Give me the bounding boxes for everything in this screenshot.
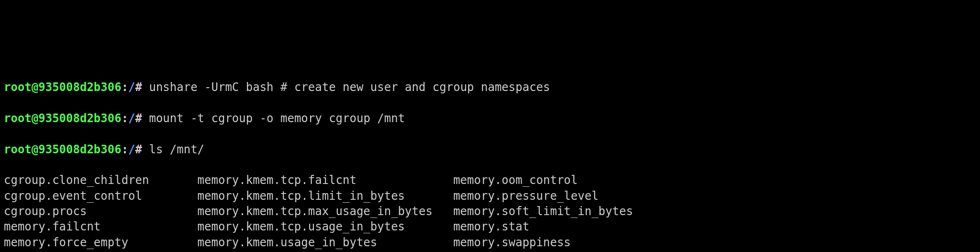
file-item: memory.kmem.tcp.failcnt (198, 172, 440, 188)
prompt-path: / (128, 143, 135, 156)
command-line-1: root@935008d2b306:/# unshare -UrmC bash … (4, 80, 976, 95)
command-line-2: root@935008d2b306:/# mount -t cgroup -o … (4, 111, 976, 126)
prompt-colon: : (122, 80, 128, 94)
file-item: memory.stat (453, 219, 976, 234)
file-item: cgroup.clone_children (4, 172, 184, 188)
file-item: memory.swappiness (453, 235, 976, 250)
terminal-output: root@935008d2b306:/# unshare -UrmC bash … (4, 64, 976, 252)
file-item: memory.failcnt (4, 219, 184, 234)
prompt-user-host: root@935008d2b306 (4, 112, 122, 125)
file-item: memory.limit_in_bytes (198, 250, 440, 252)
prompt-user-host: root@935008d2b306 (4, 80, 122, 94)
prompt-hash: # (135, 80, 142, 94)
file-item: memory.usage_in_bytes (453, 250, 976, 252)
prompt-hash: # (135, 112, 142, 125)
file-item: memory.kmem.failcnt (4, 250, 184, 252)
file-item: cgroup.event_control (4, 188, 184, 204)
prompt-colon: : (122, 143, 128, 156)
ls-output-grid: cgroup.clone_childrenmemory.kmem.tcp.fai… (4, 172, 976, 252)
prompt-path: / (128, 112, 135, 125)
prompt-user-host: root@935008d2b306 (4, 143, 122, 156)
prompt-hash: # (135, 143, 142, 156)
file-item: memory.kmem.tcp.usage_in_bytes (198, 219, 440, 234)
file-item: memory.kmem.usage_in_bytes (198, 235, 440, 250)
file-item: memory.kmem.tcp.max_usage_in_bytes (198, 204, 440, 219)
prompt-path: / (128, 80, 135, 94)
file-item: memory.soft_limit_in_bytes (453, 204, 976, 219)
command-text: unshare -UrmC bash # create new user and… (149, 80, 550, 94)
file-item: memory.oom_control (453, 172, 976, 188)
file-item: memory.pressure_level (453, 188, 976, 204)
file-item: memory.force_empty (4, 235, 184, 250)
command-text: ls /mnt/ (149, 143, 204, 156)
command-line-3: root@935008d2b306:/# ls /mnt/ (4, 142, 976, 157)
command-text: mount -t cgroup -o memory cgroup /mnt (149, 112, 405, 125)
file-item: memory.kmem.tcp.limit_in_bytes (198, 188, 440, 204)
file-item: cgroup.procs (4, 204, 184, 219)
prompt-colon: : (122, 112, 128, 125)
